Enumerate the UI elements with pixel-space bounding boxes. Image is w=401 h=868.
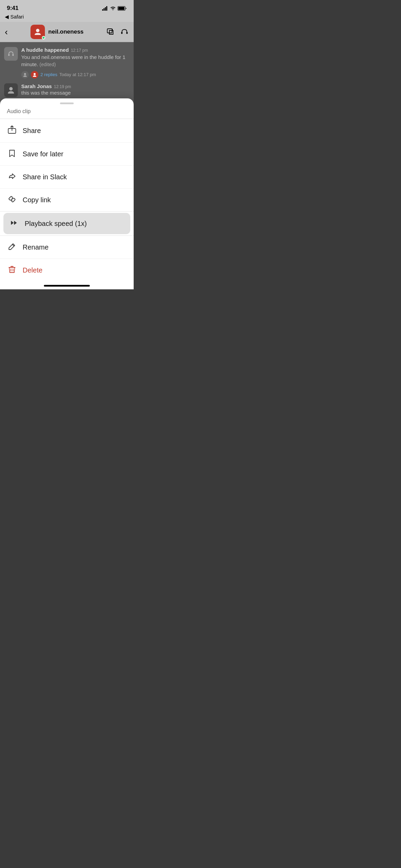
svg-line-16 (11, 198, 13, 200)
trash-icon (8, 265, 16, 275)
online-indicator (42, 36, 45, 39)
sarah-avatar (4, 83, 18, 97)
avatar (31, 25, 45, 39)
svg-rect-3 (106, 6, 107, 11)
svg-marker-18 (14, 221, 17, 225)
rename-label: Rename (23, 243, 49, 251)
nav-actions (106, 27, 129, 37)
bottom-sheet: Audio clip Share Save for later Share in… (0, 98, 134, 289)
svg-rect-2 (105, 7, 106, 11)
bookmark-icon (8, 149, 16, 159)
share-in-slack-item[interactable]: Share in Slack (0, 166, 134, 189)
svg-point-6 (36, 29, 39, 32)
delete-item[interactable]: Delete (0, 259, 134, 281)
playback-speed-label: Playback speed (1x) (25, 220, 87, 228)
pencil-icon (8, 242, 16, 252)
message-huddle: A huddle happened 12:17 pm You and neil.… (4, 47, 130, 79)
back-button[interactable]: ‹ (5, 27, 8, 37)
huddle-text: You and neil.oneness were in the huddle … (21, 53, 130, 68)
sarah-sender: Sarah Jonas (21, 83, 52, 89)
svg-rect-11 (12, 54, 14, 56)
playback-speed-item[interactable]: Playback speed (1x) (3, 213, 130, 234)
huddle-msg-content: A huddle happened 12:17 pm You and neil.… (21, 47, 130, 79)
headphones-icon[interactable] (120, 27, 129, 37)
sheet-title: Audio clip (0, 106, 134, 119)
home-indicator (0, 281, 134, 289)
battery-icon (118, 6, 127, 11)
svg-point-12 (24, 73, 26, 75)
nav-username: neil.oneness (48, 28, 84, 35)
share-in-slack-label: Share in Slack (23, 173, 67, 181)
save-for-later-item[interactable]: Save for later (0, 143, 134, 166)
sarah-time: 12:19 pm (54, 84, 71, 89)
status-icons (102, 6, 127, 11)
wifi-icon (110, 6, 116, 11)
svg-marker-17 (11, 221, 14, 225)
share-icon (8, 125, 16, 136)
flip-icon[interactable] (106, 27, 115, 37)
save-label: Save for later (23, 150, 63, 158)
share-label: Share (23, 127, 41, 135)
replies-row[interactable]: 2 replies Today at 12:17 pm (21, 71, 130, 79)
status-time: 9:41 (7, 5, 19, 12)
replies-date: Today at 12:17 pm (59, 72, 96, 77)
svg-rect-1 (104, 8, 105, 11)
svg-rect-5 (118, 7, 124, 10)
nav-center: neil.oneness (31, 25, 84, 39)
safari-label[interactable]: ◀ Safari (0, 13, 134, 22)
rename-item[interactable]: Rename (0, 236, 134, 259)
link-icon (8, 195, 16, 205)
handle-bar (60, 103, 74, 104)
svg-rect-0 (102, 9, 103, 11)
svg-point-14 (9, 87, 13, 91)
sarah-text: this was the message (21, 90, 130, 96)
replies-count[interactable]: 2 replies (40, 72, 57, 77)
home-bar (44, 285, 90, 287)
reply-avatar-2 (31, 71, 38, 79)
copy-link-item[interactable]: Copy link (0, 189, 134, 212)
svg-rect-9 (126, 32, 128, 34)
huddle-sender: A huddle happened (21, 47, 69, 53)
ff-icon (10, 218, 19, 229)
signal-icon (102, 6, 108, 11)
svg-point-13 (34, 73, 36, 75)
share-item[interactable]: Share (0, 119, 134, 143)
forward-icon (8, 172, 16, 182)
svg-rect-8 (121, 32, 123, 34)
user-avatar-icon (34, 28, 42, 36)
copy-link-label: Copy link (23, 196, 51, 204)
sheet-handle (0, 98, 134, 106)
reply-avatar-1 (21, 71, 29, 79)
headphones-msg-icon (7, 50, 15, 58)
huddle-time: 12:17 pm (71, 48, 88, 53)
svg-rect-10 (8, 54, 10, 56)
delete-label: Delete (23, 266, 42, 274)
svg-rect-7 (107, 29, 112, 33)
